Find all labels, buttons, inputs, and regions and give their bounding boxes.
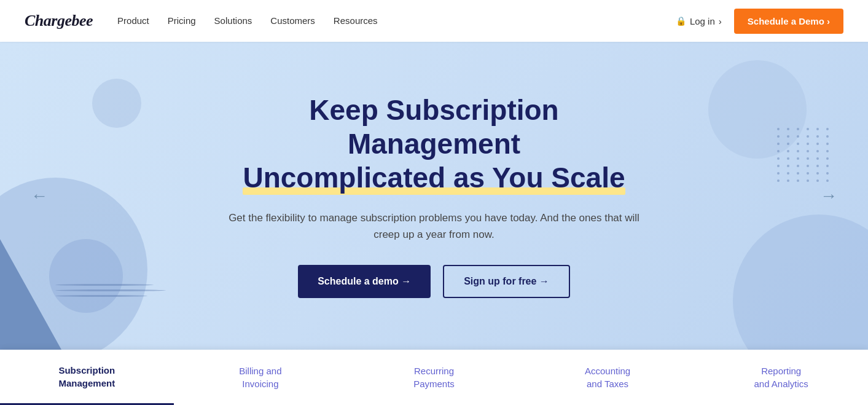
decorative-dot bbox=[816, 135, 819, 138]
decorative-dot bbox=[807, 157, 809, 160]
decorative-dot bbox=[787, 128, 789, 130]
tab-label-recurring-payments: RecurringPayments bbox=[413, 364, 455, 390]
decorative-dot bbox=[816, 143, 819, 145]
decorative-dot bbox=[797, 157, 799, 160]
decorative-dot bbox=[777, 165, 780, 167]
decorative-dot bbox=[807, 128, 809, 130]
decorative-dot bbox=[816, 165, 819, 167]
logo[interactable]: Chargebee bbox=[25, 12, 93, 30]
tab-label-subscription-management: SubscriptionManagement bbox=[58, 364, 115, 390]
tab-accounting-taxes[interactable]: Accountingand Taxes bbox=[521, 350, 695, 405]
nav-link-resources[interactable]: Resources bbox=[334, 15, 378, 26]
hero-title-line1: Keep Subscription Management bbox=[309, 94, 558, 160]
nav-item-solutions[interactable]: Solutions bbox=[214, 15, 252, 26]
decorative-dot bbox=[777, 179, 780, 182]
decorative-wave-lines bbox=[55, 284, 178, 301]
decorative-dot bbox=[777, 135, 780, 138]
login-link[interactable]: 🔒 Log in › bbox=[676, 16, 722, 26]
nav-links: Product Pricing Solutions Customers Reso… bbox=[117, 15, 378, 26]
decorative-dot bbox=[826, 179, 829, 182]
decorative-dot bbox=[826, 143, 829, 145]
sign-up-free-button[interactable]: Sign up for free → bbox=[443, 265, 570, 298]
navbar: Chargebee Product Pricing Solutions Cust… bbox=[0, 0, 868, 42]
nav-item-product[interactable]: Product bbox=[117, 15, 149, 26]
navbar-right: 🔒 Log in › Schedule a Demo › bbox=[676, 9, 843, 34]
nav-item-resources[interactable]: Resources bbox=[334, 15, 378, 26]
decorative-dot bbox=[787, 179, 789, 182]
tab-recurring-payments[interactable]: RecurringPayments bbox=[347, 350, 521, 405]
lock-icon: 🔒 bbox=[676, 16, 686, 26]
decorative-dot bbox=[816, 150, 819, 152]
decorative-dot bbox=[787, 135, 789, 138]
hero-buttons: Schedule a demo → Sign up for free → bbox=[219, 265, 649, 298]
bottom-tabs: SubscriptionManagement Billing andInvoic… bbox=[0, 350, 868, 405]
schedule-demo-nav-button[interactable]: Schedule a Demo › bbox=[734, 9, 843, 34]
decorative-dot bbox=[797, 143, 799, 145]
decorative-dot bbox=[807, 165, 809, 167]
wave-line-2 bbox=[55, 289, 166, 291]
decorative-dot bbox=[777, 172, 780, 175]
hero-content: Keep Subscription Management Uncomplicat… bbox=[219, 93, 649, 299]
decorative-dot bbox=[826, 157, 829, 160]
carousel-arrow-right[interactable]: → bbox=[820, 186, 837, 206]
decorative-dot bbox=[787, 150, 789, 152]
decorative-dot bbox=[787, 172, 789, 175]
login-arrow: › bbox=[719, 16, 722, 26]
decorative-dot bbox=[826, 135, 829, 138]
decorative-dot bbox=[777, 143, 780, 145]
decorative-dot bbox=[797, 172, 799, 175]
hero-section: ← → Keep Subscription Management Uncompl… bbox=[0, 42, 868, 350]
decorative-dot bbox=[797, 179, 799, 182]
decorative-dot bbox=[787, 165, 789, 167]
decorative-dot bbox=[826, 172, 829, 175]
decorative-circle-right-bottom bbox=[733, 214, 868, 350]
nav-item-customers[interactable]: Customers bbox=[270, 15, 315, 26]
tab-label-billing-invoicing: Billing andInvoicing bbox=[239, 364, 281, 390]
decorative-dot bbox=[826, 128, 829, 130]
nav-link-product[interactable]: Product bbox=[117, 15, 149, 26]
decorative-dot bbox=[777, 150, 780, 152]
tab-reporting-analytics[interactable]: Reportingand Analytics bbox=[694, 350, 868, 405]
decorative-dot bbox=[816, 128, 819, 130]
tab-label-reporting-analytics: Reportingand Analytics bbox=[754, 364, 808, 390]
decorative-dot bbox=[816, 179, 819, 182]
decorative-circle-left-small bbox=[49, 239, 123, 313]
decorative-dot bbox=[807, 135, 809, 138]
decorative-dot bbox=[816, 172, 819, 175]
decorative-dots-right bbox=[777, 128, 831, 182]
nav-link-pricing[interactable]: Pricing bbox=[168, 15, 196, 26]
hero-subtitle: Get the flexibility to manage subscripti… bbox=[219, 210, 649, 243]
tab-billing-invoicing[interactable]: Billing andInvoicing bbox=[174, 350, 348, 405]
decorative-dot bbox=[777, 128, 780, 130]
nav-item-pricing[interactable]: Pricing bbox=[168, 15, 196, 26]
decorative-dot bbox=[826, 150, 829, 152]
nav-link-customers[interactable]: Customers bbox=[270, 15, 315, 26]
tab-subscription-management[interactable]: SubscriptionManagement bbox=[0, 350, 174, 405]
decorative-dot bbox=[816, 157, 819, 160]
decorative-dot bbox=[807, 172, 809, 175]
tab-label-accounting-taxes: Accountingand Taxes bbox=[585, 364, 630, 390]
hero-title-line2: Uncomplicated as You Scale bbox=[243, 161, 625, 195]
decorative-dot bbox=[807, 150, 809, 152]
login-label: Log in bbox=[690, 16, 715, 26]
carousel-arrow-left[interactable]: ← bbox=[31, 186, 48, 206]
decorative-dot bbox=[826, 165, 829, 167]
decorative-dot bbox=[797, 165, 799, 167]
decorative-dot bbox=[807, 143, 809, 145]
decorative-dot bbox=[797, 128, 799, 130]
wave-line-3 bbox=[55, 295, 147, 297]
wave-line-1 bbox=[55, 284, 154, 286]
nav-link-solutions[interactable]: Solutions bbox=[214, 15, 252, 26]
navbar-left: Chargebee Product Pricing Solutions Cust… bbox=[25, 12, 378, 30]
decorative-shape-top-left bbox=[92, 79, 141, 128]
decorative-dot bbox=[787, 143, 789, 145]
schedule-demo-hero-button[interactable]: Schedule a demo → bbox=[298, 265, 431, 298]
decorative-dot bbox=[807, 179, 809, 182]
decorative-dot bbox=[797, 150, 799, 152]
hero-title: Keep Subscription Management Uncomplicat… bbox=[219, 93, 649, 195]
decorative-dot bbox=[787, 157, 789, 160]
decorative-dot bbox=[777, 157, 780, 160]
decorative-dot bbox=[797, 135, 799, 138]
